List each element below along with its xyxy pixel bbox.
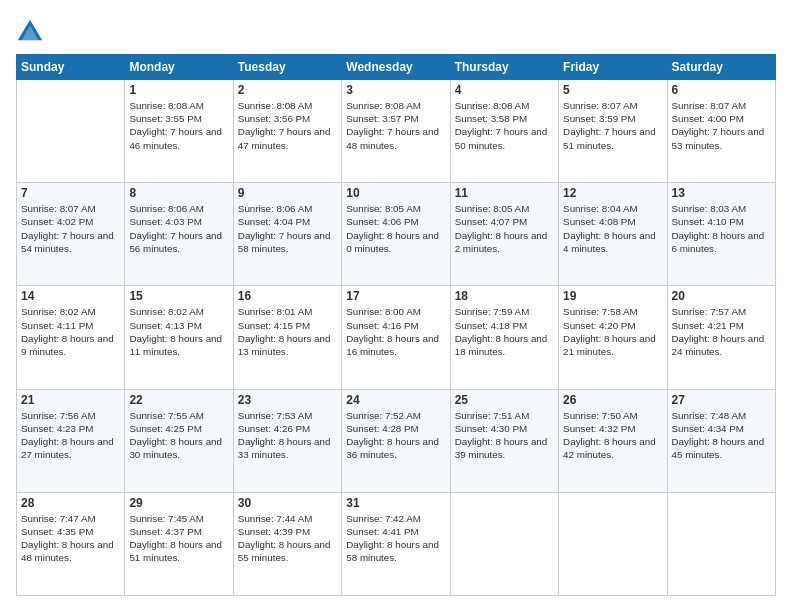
day-number: 20	[672, 289, 771, 303]
day-info: Sunrise: 7:44 AMSunset: 4:39 PMDaylight:…	[238, 512, 337, 565]
calendar-cell: 13Sunrise: 8:03 AMSunset: 4:10 PMDayligh…	[667, 183, 775, 286]
week-row-3: 14Sunrise: 8:02 AMSunset: 4:11 PMDayligh…	[17, 286, 776, 389]
day-info: Sunrise: 8:03 AMSunset: 4:10 PMDaylight:…	[672, 202, 771, 255]
weekday-header-friday: Friday	[559, 55, 667, 80]
day-number: 28	[21, 496, 120, 510]
day-number: 5	[563, 83, 662, 97]
day-number: 24	[346, 393, 445, 407]
calendar-table: SundayMondayTuesdayWednesdayThursdayFrid…	[16, 54, 776, 596]
calendar-cell: 12Sunrise: 8:04 AMSunset: 4:08 PMDayligh…	[559, 183, 667, 286]
day-number: 2	[238, 83, 337, 97]
week-row-4: 21Sunrise: 7:56 AMSunset: 4:23 PMDayligh…	[17, 389, 776, 492]
day-number: 22	[129, 393, 228, 407]
calendar-cell: 24Sunrise: 7:52 AMSunset: 4:28 PMDayligh…	[342, 389, 450, 492]
day-info: Sunrise: 8:08 AMSunset: 3:58 PMDaylight:…	[455, 99, 554, 152]
calendar-cell: 29Sunrise: 7:45 AMSunset: 4:37 PMDayligh…	[125, 492, 233, 595]
day-number: 18	[455, 289, 554, 303]
weekday-header-thursday: Thursday	[450, 55, 558, 80]
day-number: 27	[672, 393, 771, 407]
day-info: Sunrise: 8:07 AMSunset: 4:00 PMDaylight:…	[672, 99, 771, 152]
day-info: Sunrise: 8:08 AMSunset: 3:56 PMDaylight:…	[238, 99, 337, 152]
calendar-cell: 28Sunrise: 7:47 AMSunset: 4:35 PMDayligh…	[17, 492, 125, 595]
week-row-5: 28Sunrise: 7:47 AMSunset: 4:35 PMDayligh…	[17, 492, 776, 595]
logo	[16, 16, 46, 44]
weekday-header-wednesday: Wednesday	[342, 55, 450, 80]
day-info: Sunrise: 8:06 AMSunset: 4:03 PMDaylight:…	[129, 202, 228, 255]
week-row-2: 7Sunrise: 8:07 AMSunset: 4:02 PMDaylight…	[17, 183, 776, 286]
weekday-header-sunday: Sunday	[17, 55, 125, 80]
calendar-cell	[559, 492, 667, 595]
day-info: Sunrise: 7:45 AMSunset: 4:37 PMDaylight:…	[129, 512, 228, 565]
day-info: Sunrise: 8:07 AMSunset: 3:59 PMDaylight:…	[563, 99, 662, 152]
calendar-cell: 11Sunrise: 8:05 AMSunset: 4:07 PMDayligh…	[450, 183, 558, 286]
day-info: Sunrise: 7:57 AMSunset: 4:21 PMDaylight:…	[672, 305, 771, 358]
weekday-header-tuesday: Tuesday	[233, 55, 341, 80]
calendar-cell: 18Sunrise: 7:59 AMSunset: 4:18 PMDayligh…	[450, 286, 558, 389]
day-number: 9	[238, 186, 337, 200]
calendar-cell	[450, 492, 558, 595]
day-number: 25	[455, 393, 554, 407]
day-info: Sunrise: 8:00 AMSunset: 4:16 PMDaylight:…	[346, 305, 445, 358]
calendar-cell: 31Sunrise: 7:42 AMSunset: 4:41 PMDayligh…	[342, 492, 450, 595]
day-number: 1	[129, 83, 228, 97]
weekday-header-row: SundayMondayTuesdayWednesdayThursdayFrid…	[17, 55, 776, 80]
day-number: 10	[346, 186, 445, 200]
calendar-cell: 3Sunrise: 8:08 AMSunset: 3:57 PMDaylight…	[342, 80, 450, 183]
day-number: 19	[563, 289, 662, 303]
calendar-cell: 16Sunrise: 8:01 AMSunset: 4:15 PMDayligh…	[233, 286, 341, 389]
day-number: 29	[129, 496, 228, 510]
calendar-cell: 9Sunrise: 8:06 AMSunset: 4:04 PMDaylight…	[233, 183, 341, 286]
logo-icon	[16, 16, 44, 44]
day-number: 23	[238, 393, 337, 407]
day-number: 15	[129, 289, 228, 303]
day-info: Sunrise: 8:07 AMSunset: 4:02 PMDaylight:…	[21, 202, 120, 255]
calendar-cell: 15Sunrise: 8:02 AMSunset: 4:13 PMDayligh…	[125, 286, 233, 389]
calendar-cell: 30Sunrise: 7:44 AMSunset: 4:39 PMDayligh…	[233, 492, 341, 595]
day-info: Sunrise: 8:05 AMSunset: 4:06 PMDaylight:…	[346, 202, 445, 255]
day-info: Sunrise: 7:58 AMSunset: 4:20 PMDaylight:…	[563, 305, 662, 358]
day-info: Sunrise: 7:59 AMSunset: 4:18 PMDaylight:…	[455, 305, 554, 358]
day-info: Sunrise: 7:53 AMSunset: 4:26 PMDaylight:…	[238, 409, 337, 462]
day-number: 14	[21, 289, 120, 303]
day-info: Sunrise: 8:05 AMSunset: 4:07 PMDaylight:…	[455, 202, 554, 255]
weekday-header-monday: Monday	[125, 55, 233, 80]
day-number: 13	[672, 186, 771, 200]
calendar-cell: 2Sunrise: 8:08 AMSunset: 3:56 PMDaylight…	[233, 80, 341, 183]
calendar-cell: 4Sunrise: 8:08 AMSunset: 3:58 PMDaylight…	[450, 80, 558, 183]
day-number: 4	[455, 83, 554, 97]
day-info: Sunrise: 8:08 AMSunset: 3:57 PMDaylight:…	[346, 99, 445, 152]
day-info: Sunrise: 7:51 AMSunset: 4:30 PMDaylight:…	[455, 409, 554, 462]
day-number: 11	[455, 186, 554, 200]
calendar-cell: 1Sunrise: 8:08 AMSunset: 3:55 PMDaylight…	[125, 80, 233, 183]
day-number: 26	[563, 393, 662, 407]
day-info: Sunrise: 7:42 AMSunset: 4:41 PMDaylight:…	[346, 512, 445, 565]
day-number: 30	[238, 496, 337, 510]
day-info: Sunrise: 7:56 AMSunset: 4:23 PMDaylight:…	[21, 409, 120, 462]
calendar-cell	[667, 492, 775, 595]
calendar-cell: 7Sunrise: 8:07 AMSunset: 4:02 PMDaylight…	[17, 183, 125, 286]
calendar-cell: 23Sunrise: 7:53 AMSunset: 4:26 PMDayligh…	[233, 389, 341, 492]
calendar-cell: 25Sunrise: 7:51 AMSunset: 4:30 PMDayligh…	[450, 389, 558, 492]
day-number: 16	[238, 289, 337, 303]
day-number: 6	[672, 83, 771, 97]
calendar-cell: 17Sunrise: 8:00 AMSunset: 4:16 PMDayligh…	[342, 286, 450, 389]
day-number: 21	[21, 393, 120, 407]
day-info: Sunrise: 8:04 AMSunset: 4:08 PMDaylight:…	[563, 202, 662, 255]
calendar-cell: 10Sunrise: 8:05 AMSunset: 4:06 PMDayligh…	[342, 183, 450, 286]
weekday-header-saturday: Saturday	[667, 55, 775, 80]
calendar-cell: 22Sunrise: 7:55 AMSunset: 4:25 PMDayligh…	[125, 389, 233, 492]
calendar-cell: 26Sunrise: 7:50 AMSunset: 4:32 PMDayligh…	[559, 389, 667, 492]
day-number: 3	[346, 83, 445, 97]
calendar-cell	[17, 80, 125, 183]
day-number: 8	[129, 186, 228, 200]
day-info: Sunrise: 7:47 AMSunset: 4:35 PMDaylight:…	[21, 512, 120, 565]
day-number: 17	[346, 289, 445, 303]
day-info: Sunrise: 7:50 AMSunset: 4:32 PMDaylight:…	[563, 409, 662, 462]
calendar-cell: 5Sunrise: 8:07 AMSunset: 3:59 PMDaylight…	[559, 80, 667, 183]
day-number: 12	[563, 186, 662, 200]
day-info: Sunrise: 7:55 AMSunset: 4:25 PMDaylight:…	[129, 409, 228, 462]
header	[16, 16, 776, 44]
day-number: 7	[21, 186, 120, 200]
day-info: Sunrise: 8:02 AMSunset: 4:13 PMDaylight:…	[129, 305, 228, 358]
calendar-cell: 20Sunrise: 7:57 AMSunset: 4:21 PMDayligh…	[667, 286, 775, 389]
